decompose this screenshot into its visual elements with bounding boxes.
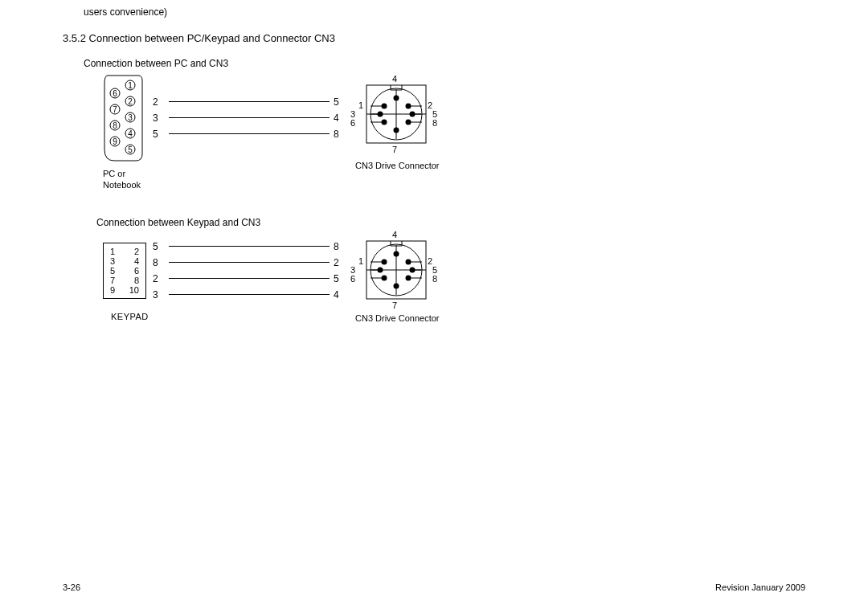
db9-connector: 1 2 3 4 5 6 7 8 9: [103, 74, 143, 162]
kp-r-2: 6: [129, 266, 139, 276]
db9-label-line1: PC or: [103, 169, 125, 178]
cn3-pin-6: 6: [350, 118, 355, 128]
db9-pin-8: 8: [113, 121, 117, 130]
revision-note: Revision January 2009: [715, 582, 805, 592]
cn3-connector-top: 4 1 2 3 5 6 8 7: [352, 74, 432, 154]
subheading-keypad-cn3: Connection between Keypad and CN3: [96, 217, 260, 228]
db9-pin-3: 3: [128, 113, 133, 122]
svg-point-13: [394, 96, 399, 101]
kp-r-3: 8: [129, 276, 139, 285]
cn3-label-top: CN3 Drive Connector: [355, 161, 440, 170]
cn3b-pin-1: 1: [358, 256, 363, 266]
wire1-left-0: 2: [153, 96, 158, 108]
cn3-pin-4: 4: [392, 74, 397, 84]
subheading-pc-cn3: Connection between PC and CN3: [84, 58, 228, 69]
db9-label: PC or Notebook: [103, 169, 141, 191]
wires-pc-cn3: 2 5 3 4 5 8: [153, 74, 346, 170]
db9-label-line2: Notebook: [103, 180, 141, 190]
section-heading: 3.5.2 Connection between PC/Keypad and C…: [63, 32, 335, 44]
kp-l-1: 3: [110, 256, 115, 266]
kp-l-2: 5: [110, 266, 115, 276]
wire2-left-1: 8: [153, 257, 158, 268]
wire2-right-2: 5: [334, 273, 339, 284]
kp-l-4: 9: [110, 285, 115, 295]
kp-l-3: 7: [110, 276, 115, 285]
wire2-left-2: 2: [153, 273, 158, 284]
kp-r-4: 10: [129, 285, 139, 295]
svg-point-20: [394, 128, 399, 133]
db9-pin-6: 6: [113, 89, 117, 98]
wire2-left-3: 3: [153, 289, 158, 300]
kp-r-1: 4: [129, 256, 139, 266]
db9-pin-9: 9: [113, 137, 117, 146]
wires-keypad-cn3: 5 8 8 2 2 5 3 4: [153, 241, 346, 321]
db9-pin-2: 2: [128, 97, 133, 106]
svg-point-38: [394, 284, 399, 289]
cn3b-pin-6: 6: [350, 274, 355, 284]
cn3-pin-1: 1: [358, 100, 363, 110]
top-note: users convenience): [84, 6, 167, 18]
db9-pin-7: 7: [113, 105, 117, 114]
wire1-left-1: 3: [153, 112, 158, 124]
cn3-pin-8: 8: [432, 118, 437, 128]
cn3b-pin-8: 8: [432, 274, 437, 284]
wire1-left-2: 5: [153, 129, 158, 140]
cn3-label-bottom: CN3 Drive Connector: [355, 313, 440, 323]
kp-r-0: 2: [129, 247, 139, 256]
wire2-right-3: 4: [334, 289, 339, 300]
wire1-right-2: 8: [334, 129, 339, 140]
page-number: 3-26: [63, 582, 80, 592]
cn3b-pin-4: 4: [392, 230, 397, 239]
wire2-left-0: 5: [153, 241, 158, 252]
page: users convenience) 3.5.2 Connection betw…: [0, 0, 868, 613]
wire1-right-1: 4: [334, 112, 339, 124]
db9-pin-4: 4: [128, 129, 133, 138]
keypad-label: KEYPAD: [111, 312, 149, 321]
cn3-pin-7: 7: [392, 145, 397, 154]
db9-pin-5: 5: [128, 145, 133, 154]
svg-point-31: [394, 251, 399, 257]
kp-l-0: 1: [110, 247, 115, 256]
wire1-right-0: 5: [334, 96, 339, 108]
db9-pin-1: 1: [128, 81, 133, 90]
cn3b-pin-7: 7: [392, 300, 397, 310]
keypad-connector: 1 3 5 7 9 2 4 6 8 10: [103, 243, 146, 299]
wire2-right-0: 8: [334, 241, 339, 252]
wire2-right-1: 2: [334, 257, 339, 268]
cn3-connector-bottom: 4 1 2 3 5 6 8 7: [352, 230, 432, 310]
